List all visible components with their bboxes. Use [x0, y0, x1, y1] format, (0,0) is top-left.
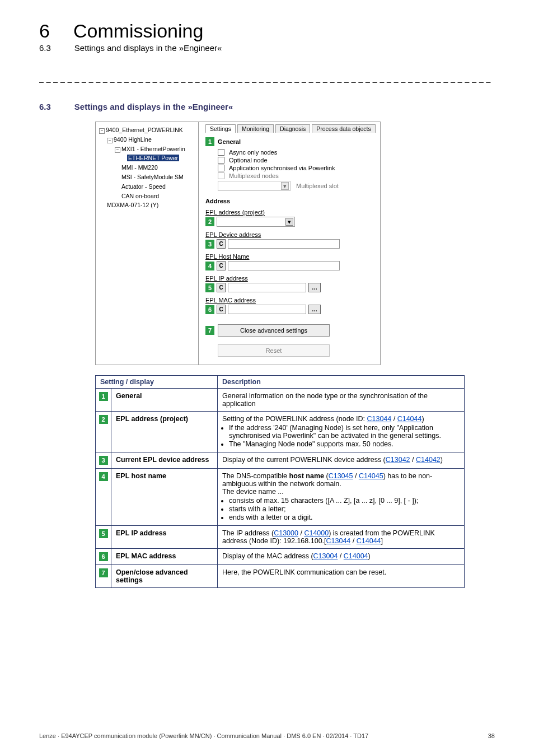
tab-diagnosis[interactable]: Diagnosis: [275, 124, 310, 133]
input-epl-ip[interactable]: [228, 283, 306, 292]
callout-4: 4: [99, 472, 108, 481]
label-epl-device: EPL Device address: [205, 231, 376, 238]
tab-process-data[interactable]: Process data objects: [312, 124, 375, 133]
table-row: 3 Current EPL device address Display of …: [96, 452, 465, 469]
row-desc: Display of the MAC address (C13004 / C14…: [218, 549, 465, 565]
tree-node-selected[interactable]: ETHERNET Power: [127, 155, 179, 161]
code-link[interactable]: C13044: [326, 537, 351, 545]
reset-button[interactable]: Reset: [218, 344, 330, 357]
chevron-down-icon: ▾: [281, 182, 289, 190]
code-link[interactable]: C14004: [344, 552, 368, 560]
row-desc: Display of the current POWERLINK device …: [218, 452, 465, 469]
tree-node[interactable]: MMI - MM220: [121, 164, 158, 171]
code-link[interactable]: C13044: [367, 415, 391, 423]
section-title-header: Settings and displays in the »Engineer«: [74, 43, 222, 53]
engineer-screenshot: −9400_Ethernet_POWERLINK −9400 HighLine …: [95, 122, 381, 365]
label-app-sync: Application synchronised via Powerlink: [229, 165, 335, 171]
input-epl-mac[interactable]: [228, 305, 306, 314]
tree-node[interactable]: CAN on-board: [121, 193, 159, 199]
ellipsis-button[interactable]: …: [308, 305, 321, 314]
label-epl-mac: EPL MAC address: [205, 297, 376, 304]
code-link[interactable]: C14044: [357, 537, 381, 545]
input-epl-device[interactable]: [228, 239, 340, 249]
row-label: EPL IP address: [111, 526, 218, 549]
callout-3: 3: [205, 240, 214, 249]
ellipsis-button[interactable]: …: [308, 283, 321, 292]
col-description: Description: [218, 376, 465, 389]
checkbox-optional[interactable]: [218, 157, 224, 164]
code-link[interactable]: C14044: [397, 415, 422, 423]
label-epl-host: EPL Host Name: [205, 253, 376, 260]
checkbox-multi-nodes[interactable]: [218, 172, 224, 179]
table-row: 7 Open/close advanced settings Here, the…: [96, 565, 465, 588]
code-link[interactable]: C14042: [416, 456, 441, 464]
code-link[interactable]: C13045: [329, 472, 353, 480]
callout-7: 7: [99, 568, 108, 577]
label-optional: Optional node: [229, 157, 268, 164]
tree-node[interactable]: 9400_Ethernet_POWERLINK: [106, 127, 183, 133]
c-button[interactable]: C: [217, 305, 226, 314]
tab-monitoring[interactable]: Monitoring: [237, 124, 274, 133]
row-label: Current EPL device address: [111, 452, 218, 469]
callout-5: 5: [205, 283, 214, 292]
callout-7: 7: [205, 326, 214, 335]
tree-node[interactable]: MXI1 - EthernetPowerlin: [121, 146, 185, 152]
code-link[interactable]: C13004: [313, 552, 338, 560]
list-item: consists of max. 15 characters ([A ... Z…: [229, 497, 460, 505]
tab-bar: Settings Monitoring Diagnosis Process da…: [205, 124, 376, 133]
c-button[interactable]: C: [217, 239, 226, 249]
table-row: 6 EPL MAC address Display of the MAC add…: [96, 549, 465, 565]
list-item: The "Managing Node node" supports max. 5…: [229, 440, 460, 448]
code-link[interactable]: C13000: [274, 529, 298, 537]
dropdown-epl-project[interactable]: ▾: [217, 217, 295, 227]
section-title: Settings and displays in the »Engineer«: [74, 102, 233, 111]
page-number: 38: [488, 732, 495, 739]
table-row: 1 General General information on the nod…: [96, 389, 465, 412]
label-multi-slot: Multiplexed slot: [296, 183, 339, 189]
chapter-title: Commissioning: [73, 20, 203, 42]
table-row: 5 EPL IP address The IP address (C13000 …: [96, 526, 465, 549]
dropdown-multi-slot[interactable]: ▾: [218, 181, 291, 191]
callout-6: 6: [205, 305, 214, 314]
callout-4: 4: [205, 262, 214, 270]
table-row: 4 EPL host name The DNS-compatible host …: [96, 469, 465, 526]
project-tree: −9400_Ethernet_POWERLINK −9400 HighLine …: [96, 122, 199, 365]
section-number-header: 6.3: [39, 43, 51, 53]
callout-6: 6: [99, 552, 108, 561]
input-epl-host[interactable]: [228, 261, 340, 270]
chevron-down-icon: ▾: [285, 218, 293, 226]
code-link[interactable]: C14045: [359, 472, 383, 480]
row-desc: Here, the POWERLINK communication can be…: [218, 565, 465, 588]
address-heading: Address: [205, 198, 230, 204]
row-label: EPL host name: [111, 469, 218, 526]
general-heading: General: [218, 138, 241, 145]
checkbox-app-sync[interactable]: [218, 165, 224, 171]
row-label: EPL MAC address: [111, 549, 218, 565]
checkbox-async[interactable]: [218, 149, 224, 156]
label-epl-ip: EPL IP address: [205, 275, 376, 282]
c-button[interactable]: C: [217, 283, 226, 292]
code-link[interactable]: C13042: [386, 456, 410, 464]
chapter-number: 6: [39, 20, 50, 42]
row-label: Open/close advanced settings: [111, 565, 218, 588]
row-label: EPL address (project): [111, 412, 218, 452]
close-advanced-button[interactable]: Close advanced settings: [218, 324, 330, 337]
tree-node[interactable]: MDXMA-071-12 (Y): [107, 202, 158, 208]
list-item: ends with a letter or a digit.: [229, 514, 460, 521]
row-desc: The DNS-compatible host name (C13045 / C…: [218, 469, 465, 526]
row-label: General: [111, 389, 218, 412]
settings-table: Setting / display Description 1 General …: [95, 375, 465, 588]
callout-5: 5: [99, 529, 108, 538]
tab-settings[interactable]: Settings: [205, 124, 236, 133]
tree-node[interactable]: Actuator - Speed: [121, 183, 166, 190]
tree-node[interactable]: MSI - SafetyModule SM: [121, 174, 184, 180]
code-link[interactable]: C14000: [304, 529, 329, 537]
c-button[interactable]: C: [217, 261, 226, 270]
callout-1: 1: [205, 137, 214, 146]
footer-text: Lenze · E94AYCEP communication module (P…: [39, 732, 368, 739]
callout-1: 1: [99, 392, 108, 401]
label-epl-project: EPL address (project): [205, 209, 376, 216]
row-desc: General information on the node type or …: [218, 389, 465, 412]
callout-2: 2: [99, 415, 108, 424]
tree-node[interactable]: 9400 HighLine: [114, 136, 152, 143]
